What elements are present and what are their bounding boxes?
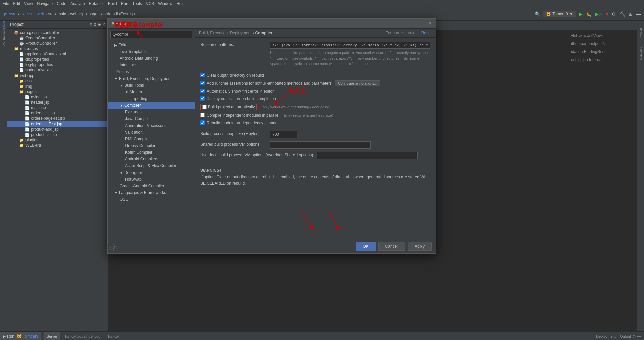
settings-annotation-processors[interactable]: Annotation Processors (108, 122, 195, 129)
debug-icon[interactable]: 🐛 (585, 11, 592, 17)
add-scope-icon[interactable]: ⊕ (89, 22, 93, 27)
tree-item-aside[interactable]: 📄 aside.jsp (7, 94, 108, 100)
heap-input[interactable] (270, 131, 297, 138)
settings-languages[interactable]: ▼ Languages & Frameworks (108, 189, 195, 196)
settings-icon-bottom[interactable]: ⚙ (632, 334, 636, 339)
tree-item-webapp[interactable]: 📁 webapp (7, 73, 108, 78)
tree-item-controller-package[interactable]: 📦 com.gx.ssm.controller (7, 30, 108, 35)
maven-icon[interactable]: Maven (637, 22, 644, 43)
tomcat-config[interactable]: 🐱 Tomcat9 ▼ (543, 11, 576, 17)
breadcrumb-src[interactable]: src (48, 12, 53, 16)
localhost-log-tab[interactable]: Tomcat Localhost Log (62, 332, 103, 340)
run-icon[interactable]: ▶ (578, 11, 583, 17)
cb-notification-label[interactable]: Display notification on build completion (207, 96, 276, 101)
breadcrumb-file[interactable]: orders-listTest.jsp (103, 12, 135, 16)
shared-vm-input[interactable] (270, 141, 371, 149)
breadcrumb-webapp[interactable]: webapp (70, 12, 84, 16)
search-icon[interactable]: 🔍 (534, 11, 541, 17)
tree-item-spring-mvc[interactable]: 📄 spring-mvc.xml (7, 67, 108, 73)
menu-refactor[interactable]: Refactor (89, 1, 104, 6)
breadcrumb-pages[interactable]: pages (88, 12, 99, 16)
tree-item-product-add[interactable]: 📄 product-add.jsp (7, 127, 108, 132)
help-button[interactable]: ? (110, 244, 117, 251)
tree-item-orders-listtest[interactable]: 📄 orders-listTest.jsp (7, 121, 108, 127)
database-icon[interactable]: Database (637, 40, 644, 67)
cb-parallel-label[interactable]: Compile independent modules in parallel (207, 113, 279, 118)
run-coverage-icon[interactable]: ▶▷ (594, 11, 603, 17)
settings-build-section[interactable]: ▼ Build, Execution, Deployment (108, 75, 195, 82)
settings-plugins-item[interactable]: Plugins (108, 68, 195, 75)
apply-button[interactable]: Apply (408, 242, 432, 251)
settings-maven[interactable]: ▼ Maven (108, 89, 195, 95)
settings-groovy-compiler[interactable]: Groovy Compiler (108, 142, 195, 149)
cancel-button[interactable]: Cancel (378, 242, 405, 251)
settings-live-templates[interactable]: Live Templates (108, 48, 195, 55)
close-panel-icon[interactable]: × (103, 22, 105, 27)
menu-tools[interactable]: Tools (132, 1, 142, 6)
cb-clear-output-label[interactable]: Clear output directory on rebuild (207, 73, 264, 78)
menu-window[interactable]: Window (158, 1, 172, 6)
maximize-icon[interactable]: ⊞ (628, 11, 633, 17)
settings-dialog[interactable]: Settings × ▶ Editor Live Templates (107, 18, 436, 254)
cb-build-auto-label[interactable]: Build project automatically (208, 105, 255, 109)
settings-android-databinding[interactable]: Android Data Binding (108, 55, 195, 62)
settings-importing[interactable]: Importing (108, 95, 195, 102)
cb-rebuild-label[interactable]: Rebuild module on dependency change (207, 120, 278, 125)
user-vm-input[interactable] (317, 152, 418, 159)
breadcrumb-project[interactable]: gx_ssm (3, 12, 16, 16)
deployment-tab[interactable]: Deployment (596, 334, 616, 338)
settings-excludes[interactable]: Excludes (108, 109, 195, 115)
tree-item-css[interactable]: 📁 css (7, 78, 108, 84)
cb-first-error[interactable] (200, 89, 205, 93)
settings-compiler[interactable]: ▼ Compiler (108, 102, 195, 109)
cb-build-auto[interactable] (202, 105, 207, 109)
menu-analyze[interactable]: Analyze (70, 1, 85, 6)
tree-item-product-list[interactable]: 📄 product-list.jsp (7, 132, 108, 137)
menu-file[interactable]: File (3, 1, 9, 6)
menu-view[interactable]: View (24, 1, 33, 6)
breadcrumb-module[interactable]: gx_ssm_web (20, 12, 44, 16)
menu-code[interactable]: Code (57, 1, 66, 6)
menu-navigate[interactable]: Navigate (37, 1, 53, 6)
tree-item-main[interactable]: 📄 main.jsp (7, 105, 108, 110)
menu-help[interactable]: Help (176, 1, 185, 6)
settings-validation[interactable]: Validation (108, 129, 195, 136)
settings-java-compiler[interactable]: Java Compiler (108, 115, 195, 122)
tree-item-log4j[interactable]: 📄 log4j.properties (7, 62, 108, 67)
run-tab[interactable]: ▶ Run: 🐱 Tomcat9 (0, 332, 41, 340)
settings-gear-icon[interactable]: ⚙ (98, 22, 101, 27)
breadcrumb-main[interactable]: main (57, 12, 66, 16)
cb-assertions-label[interactable]: Add runtime assertions for notnull-annot… (207, 81, 332, 86)
resource-patterns-input[interactable] (270, 42, 430, 49)
menu-edit[interactable]: Edit (13, 1, 20, 6)
settings-debugger[interactable]: ▼ Debugger (108, 169, 195, 176)
settings-actionscript[interactable]: ActionScript & Flex Compiler (108, 162, 195, 169)
tree-item-orders-page-list[interactable]: 📄 orders-page-list.jsp (7, 116, 108, 121)
settings-editor-item[interactable]: ▶ Editor (108, 42, 195, 48)
tree-item-appcontext[interactable]: 📄 applicationContext.xml (7, 51, 108, 57)
reset-button[interactable]: Reset (421, 31, 432, 35)
settings-rmi-compiler[interactable]: RMI Compiler (108, 136, 195, 142)
favorites-icon[interactable]: Favorites (0, 38, 7, 46)
build-icon[interactable]: 🔨 (619, 11, 626, 17)
dialog-close-button[interactable]: × (429, 21, 432, 26)
settings-search-input[interactable] (110, 31, 192, 38)
settings-hotswap[interactable]: HotSwap (108, 176, 195, 183)
tree-item-plugins[interactable]: 📁 plugins (7, 137, 108, 143)
cb-notification[interactable] (200, 96, 205, 101)
tree-item-resources[interactable]: 📁 resources (7, 46, 108, 51)
tree-item-pages[interactable]: 📁 pages (7, 89, 108, 94)
output-tab[interactable]: Output (620, 334, 631, 338)
settings-gradle-android[interactable]: Gradle-Android Compiler (108, 183, 195, 189)
menu-build[interactable]: Build (108, 1, 117, 6)
cb-first-error-label[interactable]: Automatically show first error in editor (207, 89, 274, 94)
server-tab[interactable]: Server (44, 332, 60, 340)
settings-intentions[interactable]: Intentions (108, 62, 195, 68)
minimize-icon[interactable]: — (635, 11, 641, 17)
menu-vcs[interactable]: VCS (146, 1, 154, 6)
cb-parallel[interactable] (200, 113, 205, 117)
cb-rebuild[interactable] (200, 120, 205, 125)
tomcat-tab[interactable]: Tomcat (105, 332, 122, 340)
tree-item-db-props[interactable]: 📄 db.properties (7, 57, 108, 62)
settings-kotlin-compiler[interactable]: Kotlin Compiler (108, 149, 195, 156)
